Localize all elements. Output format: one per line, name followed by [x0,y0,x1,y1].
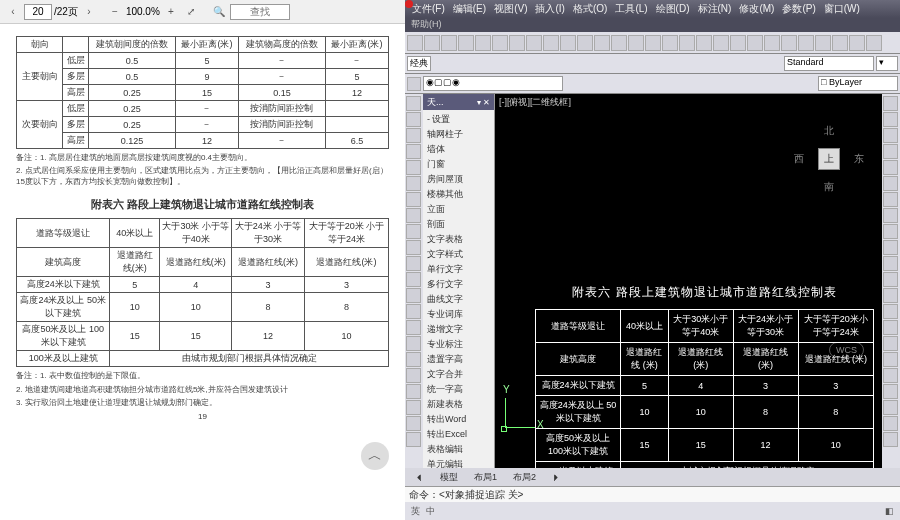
side-panel-item[interactable]: 表格编辑 [425,442,492,457]
toolbar-icon[interactable] [577,35,593,51]
draw-tool-icon[interactable] [406,352,421,367]
tab-next-icon[interactable]: ⏵ [546,472,567,482]
menu-item[interactable]: 文件(F) [409,2,448,16]
layer-icon[interactable] [407,77,421,91]
toolbar-icon[interactable] [662,35,678,51]
toolbar-icon[interactable] [441,35,457,51]
cad-canvas[interactable]: [-][俯视][二维线框] 北 西 东 南 上 WCS 附表六 路段上建筑物退让… [495,94,882,468]
modify-tool-icon[interactable] [883,288,898,303]
toolbar-icon[interactable] [713,35,729,51]
modify-tool-icon[interactable] [883,416,898,431]
draw-tool-icon[interactable] [406,288,421,303]
menu-item[interactable]: 格式(O) [570,2,610,16]
view-cube[interactable]: 北 西 东 南 上 [794,124,864,194]
view-cube-top[interactable]: 上 [818,148,840,170]
menu-item[interactable]: 标注(N) [695,2,735,16]
draw-tool-icon[interactable] [406,400,421,415]
modify-tool-icon[interactable] [883,272,898,287]
side-panel-item[interactable]: 门窗 [425,157,492,172]
draw-tool-icon[interactable] [406,416,421,431]
modify-tool-icon[interactable] [883,432,898,447]
tab-model[interactable]: 模型 [434,471,464,484]
side-panel-item[interactable]: 递增文字 [425,322,492,337]
draw-tool-icon[interactable] [406,320,421,335]
ime-en-button[interactable]: 英 [411,505,420,518]
toolbar-icon[interactable] [492,35,508,51]
toolbar-icon[interactable] [407,35,423,51]
draw-tool-icon[interactable] [406,336,421,351]
modify-tool-icon[interactable] [883,368,898,383]
toolbar-icon[interactable] [781,35,797,51]
toolbar-icon[interactable] [424,35,440,51]
draw-tool-icon[interactable] [406,240,421,255]
toolbar-icon[interactable] [543,35,559,51]
modify-tool-icon[interactable] [883,384,898,399]
side-panel-item[interactable]: 文字样式 [425,247,492,262]
modify-tool-icon[interactable] [883,256,898,271]
menu-item[interactable]: 插入(I) [532,2,567,16]
modify-tool-icon[interactable] [883,240,898,255]
toolbar-icon[interactable] [526,35,542,51]
toolbar-icon[interactable] [798,35,814,51]
side-panel-item[interactable]: 墙体 [425,142,492,157]
page-number-input[interactable] [24,4,52,20]
modify-tool-icon[interactable] [883,160,898,175]
toolbar-icon[interactable] [560,35,576,51]
toolbar-icon[interactable] [849,35,865,51]
next-page-button[interactable]: › [80,3,98,21]
bylayer-select[interactable]: □ ByLayer [818,76,898,91]
zoom-out-button[interactable]: − [106,3,124,21]
standard-dropdown-icon[interactable]: ▾ [876,56,898,71]
draw-tool-icon[interactable] [406,128,421,143]
draw-tool-icon[interactable] [406,368,421,383]
toolbar-icon[interactable] [832,35,848,51]
side-panel-item[interactable]: 单行文字 [425,262,492,277]
draw-tool-icon[interactable] [406,384,421,399]
standard-select[interactable]: Standard [784,56,874,71]
search-icon[interactable]: 🔍 [210,3,228,21]
draw-tool-icon[interactable] [406,304,421,319]
side-panel-item[interactable]: 统一字高 [425,382,492,397]
side-panel-item[interactable]: 遗置字高 [425,352,492,367]
modify-tool-icon[interactable] [883,320,898,335]
toolbar-icon[interactable] [730,35,746,51]
modify-tool-icon[interactable] [883,400,898,415]
toolbar-icon[interactable] [866,35,882,51]
modify-tool-icon[interactable] [883,224,898,239]
side-panel-item[interactable]: 曲线文字 [425,292,492,307]
side-panel-item[interactable]: 房间屋顶 [425,172,492,187]
toolbar-icon[interactable] [696,35,712,51]
toolbar-icon[interactable] [645,35,661,51]
toolbar-icon[interactable] [509,35,525,51]
toolbar-icon[interactable] [764,35,780,51]
side-panel-item[interactable]: 剖面 [425,217,492,232]
menu-item[interactable]: 工具(L) [612,2,650,16]
modify-tool-icon[interactable] [883,96,898,111]
tab-prev-icon[interactable]: ⏴ [409,472,430,482]
side-panel-item[interactable]: 专业词库 [425,307,492,322]
modify-tool-icon[interactable] [883,192,898,207]
toolbar-icon[interactable] [475,35,491,51]
draw-tool-icon[interactable] [406,112,421,127]
draw-tool-icon[interactable] [406,432,421,447]
side-panel-item[interactable]: 轴网柱子 [425,127,492,142]
tab-layout1[interactable]: 布局1 [468,471,503,484]
modify-tool-icon[interactable] [883,128,898,143]
toolbar-icon[interactable] [815,35,831,51]
draw-tool-icon[interactable] [406,160,421,175]
layer-select[interactable]: ◉▢▢◉ [423,76,563,91]
status-icon[interactable]: ◧ [885,506,894,516]
draw-tool-icon[interactable] [406,144,421,159]
side-panel-item[interactable]: 楼梯其他 [425,187,492,202]
pdf-page-view[interactable]: 朝向建筑朝间度的倍数最小距离(米)建筑物高度的倍数最小距离(米) 主要朝向低层0… [0,24,405,520]
side-panel-item[interactable]: - 设置 [425,112,492,127]
modify-tool-icon[interactable] [883,176,898,191]
zoom-in-button[interactable]: + [162,3,180,21]
modify-tool-icon[interactable] [883,336,898,351]
draw-tool-icon[interactable] [406,272,421,287]
draw-tool-icon[interactable] [406,208,421,223]
side-panel-item[interactable]: 文字合并 [425,367,492,382]
modify-tool-icon[interactable] [883,112,898,127]
workspace-select[interactable]: 经典 [407,56,431,71]
side-panel-item[interactable]: 专业标注 [425,337,492,352]
